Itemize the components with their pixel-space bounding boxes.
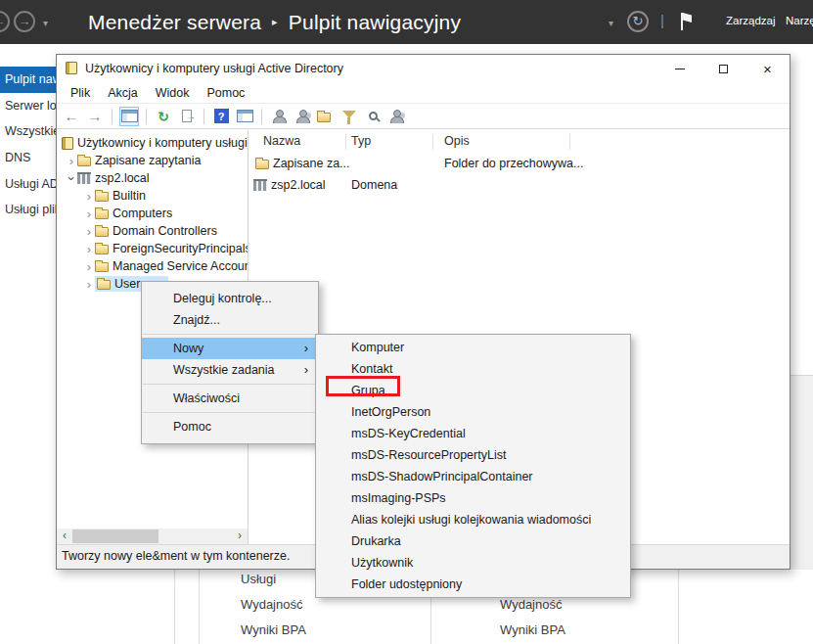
menu-item-delegate-control[interactable]: Deleguj kontrolę...: [142, 288, 318, 309]
minimize-button[interactable]: [657, 55, 701, 82]
screen: ← → ▾ Menedżer serwera ▸ Pulpit nawigacy…: [0, 0, 813, 644]
tree-item-foreign-security-principals[interactable]: › ForeignSecurityPrincipals: [57, 240, 248, 257]
delegate-icon[interactable]: [386, 107, 406, 126]
submenu-item-printer[interactable]: Drukarka: [316, 530, 630, 552]
user-bust-icon: [272, 110, 287, 123]
refresh-icon[interactable]: ↻: [627, 11, 649, 32]
menu-file[interactable]: Plik: [62, 82, 99, 103]
filter-icon[interactable]: [339, 107, 359, 126]
folder-icon: [255, 160, 269, 169]
sidebar-item-dns[interactable]: DNS: [0, 148, 56, 167]
horizontal-scrollbar[interactable]: ‹ ›: [57, 529, 248, 544]
toolbar: ← → ↻ → ?: [57, 104, 790, 129]
submenu-item-inetorgperson[interactable]: InetOrgPerson: [316, 401, 630, 423]
console-window-icon: [121, 110, 138, 122]
export-arrow-icon: →: [186, 113, 196, 120]
sidebar-item-ad-ds[interactable]: Usługi AD DS: [0, 174, 56, 194]
tile-row-bpa[interactable]: Wyniki BPA: [500, 622, 565, 637]
menu-item-all-tasks[interactable]: Wszystkie zadania ›: [142, 359, 318, 381]
submenu-item-computer[interactable]: Komputer: [316, 337, 630, 358]
close-button[interactable]: ×: [745, 55, 790, 82]
toolbar-separator: [146, 109, 147, 124]
column-header-name[interactable]: Nazwa: [263, 134, 300, 148]
notifications-flag-icon[interactable]: [679, 13, 693, 30]
submenu-item-msds-shadowprincipalcontainer[interactable]: msDS-ShadowPrincipalContainer: [316, 466, 630, 487]
chevron-right-icon[interactable]: ›: [83, 224, 95, 239]
chevron-down-icon[interactable]: ›: [65, 172, 79, 184]
toolbar-back-icon[interactable]: ←: [62, 107, 81, 126]
menu-item-help[interactable]: Pomoc: [142, 416, 318, 437]
menu-view[interactable]: Widok: [147, 82, 199, 103]
chevron-right-icon[interactable]: ›: [83, 207, 95, 221]
folder-icon: [95, 209, 109, 219]
tree-item-root[interactable]: Użytkownicy i komputery usługi Active Di…: [57, 134, 248, 152]
breadcrumb: Menedżer serwera ▸ Pulpit nawigacyjny: [88, 0, 461, 44]
column-header-description[interactable]: Opis: [444, 134, 470, 148]
refresh-list-icon[interactable]: ↻: [154, 107, 173, 126]
list-row-saved-queries[interactable]: Zapisane za... Folder do przechowywa...: [249, 154, 790, 175]
submenu-item-msimaging-psps[interactable]: msImaging-PSPs: [316, 487, 630, 509]
forward-icon[interactable]: →: [14, 11, 35, 32]
tree-item-builtin[interactable]: › Builtin: [57, 187, 248, 205]
menu-item-find[interactable]: Znajdź...: [142, 309, 318, 331]
tree: Użytkownicy i komputery usługi Active Di…: [57, 130, 248, 293]
show-console-tree-icon[interactable]: [119, 107, 139, 126]
history-caret-icon[interactable]: ▾: [43, 18, 48, 28]
column-header-type[interactable]: Typ: [351, 134, 371, 148]
export-list-icon[interactable]: →: [177, 107, 197, 126]
tree-item-computers[interactable]: › Computers: [57, 205, 248, 222]
help-icon[interactable]: ?: [211, 107, 231, 126]
breadcrumb-current[interactable]: Pulpit nawigacyjny: [289, 11, 461, 34]
back-icon[interactable]: ←: [0, 11, 10, 32]
sidebar-item-file-services[interactable]: Usługi plików i magazynowania: [0, 200, 56, 219]
toolbar-forward-icon[interactable]: →: [85, 107, 105, 126]
titlebar[interactable]: Użytkownicy i komputery usługi Active Di…: [57, 55, 790, 82]
tile-row-performance[interactable]: Wydajność: [241, 597, 302, 612]
breadcrumb-caret-icon[interactable]: ▾: [609, 18, 613, 28]
submenu-item-msds-resourcepropertylist[interactable]: msDS-ResourcePropertyList: [316, 444, 630, 466]
list-header: Nazwa Typ Opis: [249, 130, 790, 154]
tile-row-services[interactable]: Usługi: [241, 572, 276, 586]
menu-item-properties[interactable]: Właściwości: [142, 388, 318, 409]
scrollbar-thumb[interactable]: [72, 529, 158, 543]
chevron-right-icon[interactable]: ›: [83, 189, 95, 204]
create-user-icon[interactable]: [269, 107, 289, 126]
column-divider[interactable]: [345, 134, 346, 150]
tree-item-domain[interactable]: › zsp2.local: [57, 169, 248, 187]
tree-item-saved-queries[interactable]: › Zapisane zapytania: [57, 152, 248, 169]
column-divider[interactable]: [569, 134, 570, 150]
find-icon[interactable]: [363, 107, 383, 126]
toolbar-separator: [203, 109, 204, 124]
chevron-right-icon[interactable]: ›: [83, 242, 95, 256]
tile-row-performance[interactable]: Wydajność: [500, 597, 562, 612]
console-view-icon[interactable]: [235, 107, 254, 126]
scroll-right-icon[interactable]: ›: [232, 529, 248, 544]
submenu-item-shared-folder[interactable]: Folder udostępniony: [316, 574, 630, 595]
chevron-right-icon[interactable]: ›: [83, 259, 95, 274]
sidebar-item-all-servers[interactable]: Wszystkie serwery: [0, 121, 56, 141]
submenu-item-user[interactable]: Użytkownik: [316, 552, 630, 574]
menu-action[interactable]: Akcja: [99, 82, 147, 103]
domain-icon: [77, 172, 91, 184]
chevron-right-icon[interactable]: ›: [83, 277, 95, 292]
sidebar-item-local-server[interactable]: Serwer lokalny: [0, 96, 56, 115]
tile-row-bpa[interactable]: Wyniki BPA: [241, 622, 306, 637]
sidebar-item-dashboard[interactable]: Pulpit nawigacyjny: [0, 67, 56, 93]
create-ou-icon[interactable]: [316, 107, 336, 126]
manage-menu[interactable]: Zarządzaj: [726, 15, 776, 26]
submenu-item-msds-keycredential[interactable]: msDS-KeyCredential: [316, 423, 630, 444]
tree-item-domain-controllers[interactable]: › Domain Controllers: [57, 222, 248, 240]
maximize-button[interactable]: [701, 55, 745, 82]
menu-item-new[interactable]: Nowy ›: [142, 338, 318, 359]
tools-menu[interactable]: Narzędzia: [786, 15, 813, 26]
app-title[interactable]: Menedżer serwera: [88, 11, 261, 34]
scroll-left-icon[interactable]: ‹: [57, 529, 72, 544]
column-divider[interactable]: [432, 134, 433, 150]
tree-item-managed-service-accounts[interactable]: › Managed Service Accounts: [57, 257, 248, 275]
chevron-right-icon[interactable]: ›: [66, 154, 77, 168]
list-row-domain[interactable]: zsp2.local Domena: [249, 175, 790, 197]
submenu-item-msmq-queue-alias[interactable]: Alias kolejki usługi kolejkowania wiadom…: [316, 509, 630, 530]
menu-help[interactable]: Pomoc: [198, 82, 253, 103]
tile-divider: [678, 570, 679, 644]
create-group-icon[interactable]: [293, 107, 312, 126]
